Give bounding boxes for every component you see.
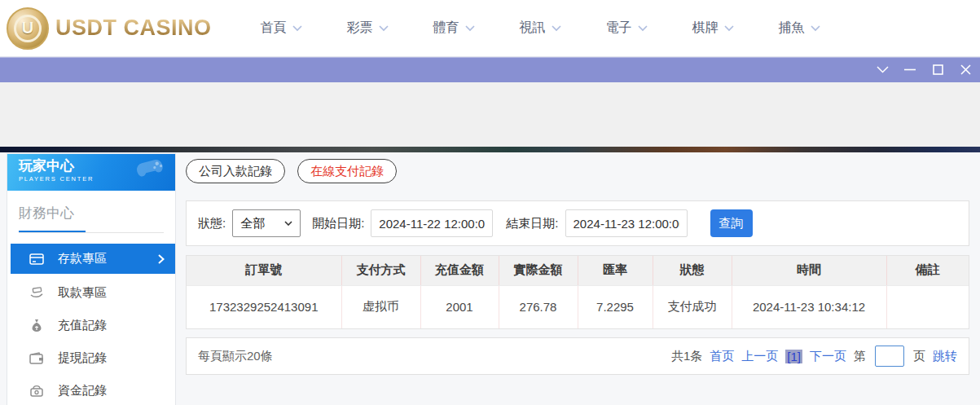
window-maximize-button[interactable] [931,64,944,77]
jump-button[interactable]: 跳转 [933,349,957,364]
brand-name: USDT CASINO [55,15,212,41]
filter-bar: 狀態: 全部 開始日期: 結束日期: 查詢 [186,200,969,246]
tab-company-deposit-records[interactable]: 公司入款記錄 [186,159,285,183]
status-label: 狀態: [198,216,226,231]
window-dropdown-button[interactable] [876,64,889,77]
brand-logo-icon: U [7,7,49,50]
sidebar-item-recharge-records[interactable]: 充值記錄 [7,309,175,341]
nav-label: 首頁 [261,20,287,37]
hand-money-icon [29,286,45,299]
sidebar-section-title: 財務中心 [19,204,164,222]
app-window: U USDT CASINO 首頁 彩票 體育 視訊 電子 [0,0,980,405]
chevron-down-icon [811,25,820,32]
col-remark: 備註 [886,256,969,285]
total-count-text: 共1条 [671,349,702,364]
sidebar-item-label: 存款專區 [58,251,107,266]
nav-item-slots[interactable]: 電子 [606,20,648,37]
records-table: 訂單號 支付方式 充值金額 實際金額 匯率 狀態 時間 備註 173232925 [187,256,969,328]
sidebar-item-deposit[interactable]: 存款專區 [11,244,175,274]
sidebar-item-label: 充值記錄 [58,318,107,333]
col-recharge-amount: 充值金額 [420,256,499,285]
gamepad-icon [134,158,165,179]
sidebar-menu: 存款專區 取款專區 充值記錄 [7,233,175,405]
page-size-text: 每頁顯示20條 [198,349,273,364]
first-page-link[interactable]: 首页 [710,349,734,364]
wallet-icon [29,352,45,364]
start-date-input[interactable] [371,209,493,237]
nav-label: 棋牌 [692,20,719,37]
table-row: 1732329252413091 虚拟币 2001 276.78 7.2295 … [187,285,969,328]
page-jump-input[interactable] [875,346,904,367]
chevron-down-icon [292,25,302,32]
records-panel: 公司入款記錄 在線支付記錄 狀態: 全部 開始日期: 結束日期: 查詢 [186,159,969,375]
pager: 共1条 首页 上一页 [1] 下一页 第 页 跳转 [671,346,957,367]
close-icon [960,64,971,75]
sidebar-header: 玩家中心 PLAYERS CENTER [7,154,175,191]
end-date-input[interactable] [565,209,688,237]
col-order-no: 訂單號 [187,256,341,285]
chevron-down-icon [638,25,648,32]
col-exchange-rate: 匯率 [578,256,653,285]
money-bag-icon [29,319,45,332]
cell-remark [886,285,969,328]
next-page-link[interactable]: 下一页 [810,349,846,364]
sidebar-item-label: 取款專區 [58,285,107,301]
sidebar-item-withdraw[interactable]: 取款專區 [7,276,175,309]
nav-item-sports[interactable]: 體育 [433,20,475,37]
nav-item-video[interactable]: 視訊 [520,20,561,37]
window-title-bar [0,57,980,82]
search-button[interactable]: 查詢 [710,209,753,237]
cell-payment-method: 虚拟币 [341,285,420,328]
cell-actual-amount: 276.78 [499,285,578,328]
nav-item-home[interactable]: 首頁 [261,20,302,37]
main-nav: 首頁 彩票 體育 視訊 電子 棋牌 [261,20,820,37]
page-content: 玩家中心 PLAYERS CENTER 財務中心 [0,152,980,405]
bank-card-icon [29,253,45,266]
window-close-button[interactable] [959,64,972,77]
sidebar-item-label: 資金記錄 [58,383,107,398]
site-header: U USDT CASINO 首頁 彩票 體育 視訊 電子 [0,0,980,57]
tab-online-payment-records[interactable]: 在線支付記錄 [297,159,397,183]
jump-prefix-label: 第 [854,349,866,364]
table-header-row: 訂單號 支付方式 充值金額 實際金額 匯率 狀態 時間 備註 [187,256,969,285]
record-tabs: 公司入款記錄 在線支付記錄 [186,159,969,183]
sidebar-item-fund-records[interactable]: 資金記錄 [7,374,175,405]
minimize-icon [904,68,916,71]
sidebar-item-withdraw-records[interactable]: 提現記錄 [7,341,175,374]
start-date-label: 開始日期: [312,216,364,231]
chevron-down-icon [379,25,389,32]
purse-icon [29,384,45,397]
nav-item-fishing[interactable]: 捕魚 [779,20,820,37]
cell-recharge-amount: 2001 [420,285,499,328]
logo-letter: U [14,15,42,42]
sidebar-section: 財務中心 [7,191,175,233]
pagination-bar: 每頁顯示20條 共1条 首页 上一页 [1] 下一页 第 页 跳转 [186,337,969,375]
prev-page-link[interactable]: 上一页 [741,349,778,364]
nav-label: 捕魚 [779,20,805,37]
current-page-indicator[interactable]: [1] [785,350,802,363]
chevron-down-icon [465,25,475,32]
end-date-label: 結束日期: [506,216,558,231]
nav-item-lottery[interactable]: 彩票 [347,20,389,37]
sidebar-item-label: 提現記錄 [58,350,107,366]
cell-exchange-rate: 7.2295 [578,285,653,328]
status-select[interactable]: 全部 [232,209,301,237]
chevron-down-icon [724,25,734,32]
records-table-box: 訂單號 支付方式 充值金額 實際金額 匯率 狀態 時間 備註 173232925 [186,255,969,329]
jump-suffix-label: 页 [913,349,925,364]
nav-item-cards[interactable]: 棋牌 [692,20,734,37]
banner-placeholder [0,82,980,147]
window-minimize-button[interactable] [903,64,916,77]
cell-time: 2024-11-23 10:34:12 [732,285,886,328]
nav-label: 視訊 [520,20,546,37]
maximize-icon [933,64,943,75]
cell-status: 支付成功 [653,285,732,328]
player-center-sidebar: 玩家中心 PLAYERS CENTER 財務中心 [7,153,176,405]
brand-logo[interactable]: U USDT CASINO [7,7,212,50]
window-controls [876,64,980,77]
chevron-down-icon [552,25,561,32]
banner-edge-strip [0,147,980,152]
status-selected-value: 全部 [240,216,265,231]
nav-label: 體育 [433,20,459,37]
chevron-down-icon [877,66,889,73]
